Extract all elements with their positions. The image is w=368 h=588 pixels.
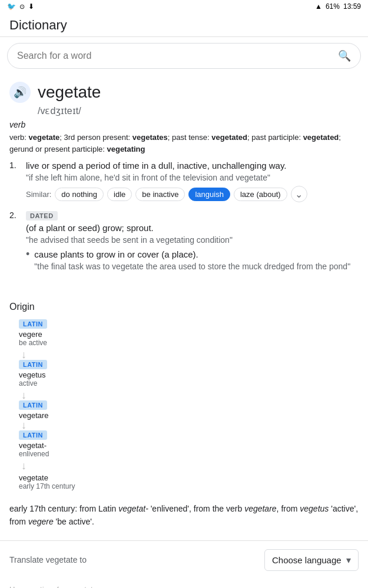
app-header: Dictionary [0, 13, 368, 37]
bullet-body: cause plants to grow in or cover (a plac… [34, 249, 350, 275]
origin-arrow-4: ↓ [21, 460, 359, 471]
def-number-1: 1. [9, 161, 20, 202]
origin-meaning-2: active [19, 379, 37, 387]
origin-word-4: vegetat- [19, 441, 47, 450]
forms-sep2: ; past tense: [168, 133, 211, 142]
bullet-dot: • [26, 248, 29, 275]
origin-arrow-2: ↓ [21, 390, 359, 400]
chip-be-inactive[interactable]: be inactive [135, 188, 185, 201]
status-right-icons: ▲ 61% 13:59 [315, 2, 361, 11]
latin-badge-1: LATIN [19, 319, 47, 329]
pronunciation: /vɛdʒɪteɪt/ [38, 105, 359, 116]
twitter-icon: 🐦 [7, 2, 16, 11]
definition-item-2: 2. DATED (of a plant or seed) grow; spro… [9, 211, 359, 278]
search-icon: 🔍 [338, 49, 351, 62]
definition-item-1: 1. live or spend a period of time in a d… [9, 161, 359, 202]
similar-label-1: Similar: [26, 190, 51, 199]
wifi-icon: ▲ [315, 2, 322, 11]
word-title: vegetate [38, 83, 101, 102]
latin-badge-4: LATIN [19, 430, 47, 440]
origin-node-2: LATIN vegetus active [19, 360, 359, 390]
circle-icon: ⊙ [19, 3, 25, 11]
language-select-button[interactable]: Choose language ▾ [264, 549, 359, 571]
download-icon: ⬇ [28, 2, 34, 11]
search-input[interactable] [17, 51, 338, 61]
def-body-2: DATED (of a plant or seed) grow; sprout.… [26, 211, 359, 278]
origin-title: Origin [9, 302, 359, 312]
origin-final-word: vegetate [19, 473, 48, 482]
chevron-down-icon: ▾ [346, 554, 351, 566]
latin-badge-2: LATIN [19, 360, 47, 369]
forms-sep3: ; past participle: [247, 133, 303, 142]
bullet-example: "the final task was to vegetate the area… [34, 262, 350, 271]
origin-arrow-1: ↓ [21, 349, 359, 360]
bottom-hint: Use overtime for vegetate [0, 579, 368, 588]
speaker-button[interactable]: 🔊 [9, 82, 31, 103]
origin-node-4: LATIN vegetat- enlivened [19, 430, 359, 460]
choose-language-text: Choose language [272, 555, 342, 565]
clock: 13:59 [343, 2, 361, 11]
origin-word-3: vegetare [19, 411, 49, 420]
chip-more-button[interactable]: ⌄ [291, 186, 307, 202]
origin-final-century: early 17th century [19, 482, 75, 490]
forms-word4: vegetated [303, 133, 339, 142]
forms-word2: vegetates [132, 133, 168, 142]
translate-bar: Translate vegetate to Choose language ▾ [0, 540, 368, 579]
origin-node-3: LATIN vegetare [19, 400, 359, 420]
origin-word-1: vegere [19, 330, 42, 339]
origin-arrow-3: ↓ [21, 420, 359, 430]
dated-badge: DATED [26, 211, 58, 220]
etymology-text: early 17th century: from Latin vegetat- … [0, 496, 368, 540]
latin-badge-3: LATIN [19, 400, 47, 410]
def-example-1: "if she left him alone, he'd sit in fron… [26, 173, 359, 182]
def-body-1: live or spend a period of time in a dull… [26, 161, 359, 202]
word-header: 🔊 vegetate [9, 82, 359, 103]
def-example-2: "he advised that seeds be sent in a vege… [26, 235, 359, 245]
bullet-text: cause plants to grow in or cover (a plac… [34, 249, 350, 259]
similar-row-1: Similar: do nothing idle be inactive lan… [26, 186, 359, 202]
forms-sep1: ; 3rd person present: [59, 133, 132, 142]
def-text-1: live or spend a period of time in a dull… [26, 161, 359, 171]
origin-meaning-4: enlivened [19, 450, 49, 458]
def-number-2: 2. [9, 211, 20, 278]
status-left-icons: 🐦 ⊙ ⬇ [7, 2, 34, 11]
forms-word5: vegetating [107, 145, 145, 153]
battery-level: 61% [326, 2, 340, 11]
etymology-content: early 17th century: from Latin vegetat- … [9, 504, 358, 526]
chip-laze[interactable]: laze (about) [234, 188, 287, 201]
def-text-2: (of a plant or seed) grow; sprout. [26, 223, 359, 233]
speaker-icon: 🔊 [14, 86, 26, 99]
origin-final: vegetate early 17th century [19, 473, 359, 490]
forms-prefix: verb: [9, 133, 29, 142]
origin-meaning-1: be active [19, 339, 47, 347]
status-bar: 🐦 ⊙ ⬇ ▲ 61% 13:59 [0, 0, 368, 13]
origin-node-1: LATIN vegere be active [19, 319, 359, 349]
part-of-speech: verb [9, 120, 359, 129]
origin-word-2: vegetus [19, 370, 46, 379]
origin-tree: LATIN vegere be active ↓ LATIN vegetus a… [9, 319, 359, 490]
translate-label: Translate vegetate to [9, 555, 87, 564]
word-entry: 🔊 vegetate /vɛdʒɪteɪt/ verb verb: vegeta… [0, 75, 368, 293]
search-bar[interactable]: 🔍 [7, 43, 361, 69]
forms-word3: vegetated [211, 133, 247, 142]
word-forms: verb: vegetate; 3rd person present: vege… [9, 132, 359, 155]
app-title: Dictionary [9, 18, 359, 33]
chip-idle[interactable]: idle [107, 188, 132, 201]
bullet-item: • cause plants to grow in or cover (a pl… [26, 249, 359, 275]
origin-section: Origin LATIN vegere be active ↓ LATIN ve… [0, 293, 368, 496]
forms-word1: vegetate [29, 133, 60, 142]
chip-languish[interactable]: languish [188, 188, 230, 201]
chip-do-nothing[interactable]: do nothing [55, 188, 104, 201]
